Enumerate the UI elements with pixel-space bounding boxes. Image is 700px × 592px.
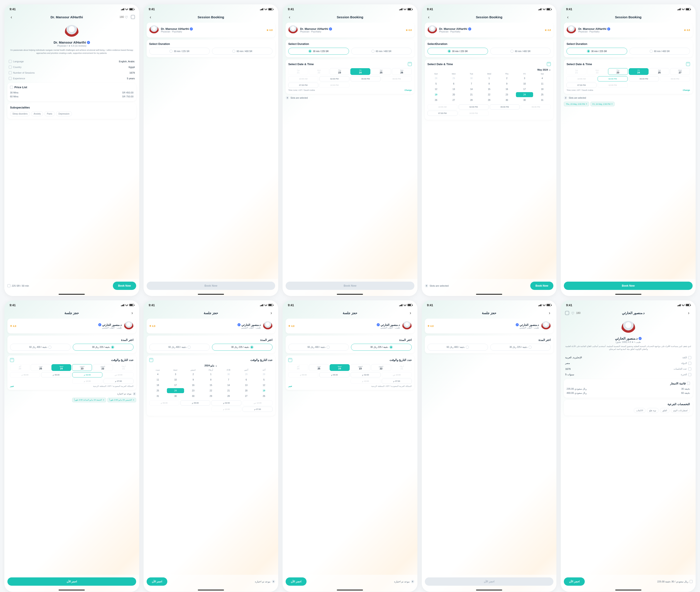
duration-60-option[interactable]: 60 min / 400 SR — [351, 48, 412, 55]
calendar-day[interactable]: 31 — [533, 98, 551, 103]
time-slot[interactable]: 07:00 PM — [288, 83, 318, 88]
duration-30-option[interactable]: 30 دقيقة / 225 ريال — [351, 344, 412, 351]
back-button[interactable]: › — [130, 310, 135, 315]
duration-30-option[interactable]: 30 min / 225 SR — [288, 48, 349, 55]
time-slot-selected[interactable]: 02:00 م — [72, 372, 102, 378]
calendar-day[interactable]: 2 — [498, 76, 515, 81]
calendar-day[interactable]: 25 — [149, 388, 167, 393]
calendar-icon[interactable] — [288, 358, 292, 362]
duration-60-option[interactable]: 60 min / 400 SR — [212, 48, 273, 55]
calendar-day[interactable]: 24 — [167, 388, 184, 393]
book-now-button[interactable]: احجز الأن — [564, 578, 585, 586]
calendar-day[interactable]: 16 — [498, 87, 515, 92]
calendar-day[interactable]: 30 — [167, 394, 184, 399]
tag[interactable]: القلق — [660, 408, 669, 413]
calendar-day[interactable]: 25 — [533, 92, 551, 97]
calendar-day[interactable]: 30 — [498, 98, 515, 103]
heart-icon[interactable] — [125, 15, 129, 19]
calendar-day[interactable]: 21 — [463, 92, 480, 97]
book-now-button[interactable]: Book Now — [530, 282, 554, 290]
calendar-day[interactable]: 17 — [167, 383, 184, 388]
calendar-day[interactable]: 31 — [149, 394, 167, 399]
calendar-day[interactable]: 5 — [427, 81, 445, 86]
calendar-day[interactable]: 24 — [516, 92, 533, 97]
tag[interactable]: Anxiety — [31, 111, 43, 116]
calendar-day[interactable]: 4 — [533, 76, 551, 81]
calendar-day[interactable]: 30 — [516, 98, 533, 103]
day-cell[interactable]: Sat25 — [371, 68, 391, 75]
duration-60-option[interactable]: 60 دقيقة / 400 ريال — [149, 344, 210, 351]
calendar-day[interactable]: 10 — [516, 81, 533, 86]
day-cell[interactable]: Thu23 — [330, 68, 349, 75]
calendar-day[interactable]: 28 — [463, 98, 480, 103]
calendar-day[interactable]: 13 — [238, 383, 255, 388]
calendar-day[interactable]: 20 — [238, 388, 255, 393]
calendar-day[interactable]: 28 — [220, 394, 237, 399]
day-cell[interactable]: Sun26 — [392, 68, 412, 75]
calendar-icon[interactable] — [686, 62, 690, 66]
home-indicator[interactable] — [59, 294, 85, 295]
duration-60-option[interactable]: 60 دقيقة / 400 ريال — [427, 344, 488, 351]
calendar-day[interactable]: 7 — [220, 377, 237, 382]
back-button[interactable]: › — [408, 310, 413, 315]
book-now-button[interactable]: Book Now — [113, 282, 136, 290]
duration-60-option[interactable]: 60 min / 400 SR — [490, 48, 551, 55]
calendar-day[interactable]: 13 — [445, 87, 462, 92]
calendar-day[interactable]: 14 — [463, 87, 480, 92]
share-icon[interactable] — [131, 15, 135, 19]
calendar-day[interactable]: 26 — [427, 98, 445, 103]
tag[interactable]: اضطرابات النوم — [671, 408, 690, 413]
calendar-day[interactable]: 2 — [185, 372, 202, 377]
calendar-day[interactable]: 30 — [185, 394, 202, 399]
back-button[interactable]: › — [269, 310, 274, 315]
duration-60-option[interactable]: 60 min / 400 SR — [629, 48, 690, 55]
calendar-day[interactable]: 12 — [255, 383, 273, 388]
back-button[interactable]: › — [547, 310, 552, 315]
slot-chip[interactable]: Thu, 23 May, 2:00 PM× — [564, 102, 589, 106]
calendar-day[interactable]: 9 — [498, 81, 515, 86]
calendar-day[interactable]: 1 — [202, 372, 219, 377]
book-now-button[interactable]: احجز الأن — [286, 578, 306, 586]
back-button[interactable]: ‹ — [287, 14, 292, 19]
calendar-day[interactable]: 6 — [238, 377, 255, 382]
calendar-day[interactable]: 11 — [149, 377, 167, 382]
change-tz-button[interactable]: Change — [405, 89, 412, 91]
tag[interactable]: Sleep disorders — [10, 111, 30, 116]
calendar-day[interactable]: 16 — [185, 383, 202, 388]
calendar-day[interactable]: 11 — [533, 81, 551, 86]
calendar-day[interactable]: 21 — [220, 388, 237, 393]
calendar-icon[interactable] — [408, 62, 412, 66]
time-slot[interactable]: 05:00 PM — [351, 76, 381, 82]
time-slot-selected[interactable]: 02:00 PM — [598, 76, 628, 82]
book-now-button[interactable]: احجز الأن — [147, 578, 167, 586]
calendar-day[interactable]: 23 — [498, 92, 515, 97]
month-selector[interactable]: مايو 2024 ⌄ — [149, 364, 273, 367]
duration-30-option[interactable]: 30 min / 225 SR — [427, 48, 488, 55]
calendar-day[interactable]: 1 — [480, 76, 498, 81]
calendar-icon[interactable] — [10, 358, 14, 362]
calendar-day[interactable]: 19 — [255, 388, 273, 393]
calendar-day[interactable]: 27 — [238, 394, 255, 399]
slot-chip[interactable]: الخميس 23 مايو 2:00 ظهراً× — [107, 398, 136, 402]
calendar-day[interactable]: 3 — [516, 76, 533, 81]
calendar-day[interactable]: 27 — [445, 98, 462, 103]
tag[interactable]: Panic — [44, 111, 55, 116]
calendar-day[interactable]: 8 — [480, 81, 498, 86]
tag[interactable]: الاكتئاب — [634, 408, 646, 413]
duration-30-option[interactable]: 30 دقيقة / 225 ريال — [212, 344, 273, 351]
duration-60-option[interactable]: 60 دقيقة / 400 ريال — [10, 344, 71, 351]
change-tz-button[interactable]: تغيير — [10, 385, 14, 387]
back-button[interactable]: › — [686, 310, 691, 315]
calendar-day[interactable]: 7 — [463, 81, 480, 86]
calendar-day[interactable]: 22 — [202, 388, 219, 393]
day-cell-selected[interactable]: Fri24 — [350, 68, 370, 75]
calendar-day[interactable]: 26 — [255, 394, 273, 399]
duration-30-option[interactable]: 30 دقيقة / 225 ريال — [73, 344, 133, 351]
duration-30-option[interactable]: 30 min / 225 SR — [566, 48, 627, 55]
heart-icon[interactable] — [571, 311, 575, 315]
calendar-day[interactable]: 17 — [516, 87, 533, 92]
calendar-day[interactable]: 22 — [480, 92, 498, 97]
calendar-day[interactable]: 5 — [255, 377, 273, 382]
book-now-button[interactable]: احجز الأن — [7, 578, 136, 586]
calendar-day[interactable]: 23 — [185, 388, 202, 393]
